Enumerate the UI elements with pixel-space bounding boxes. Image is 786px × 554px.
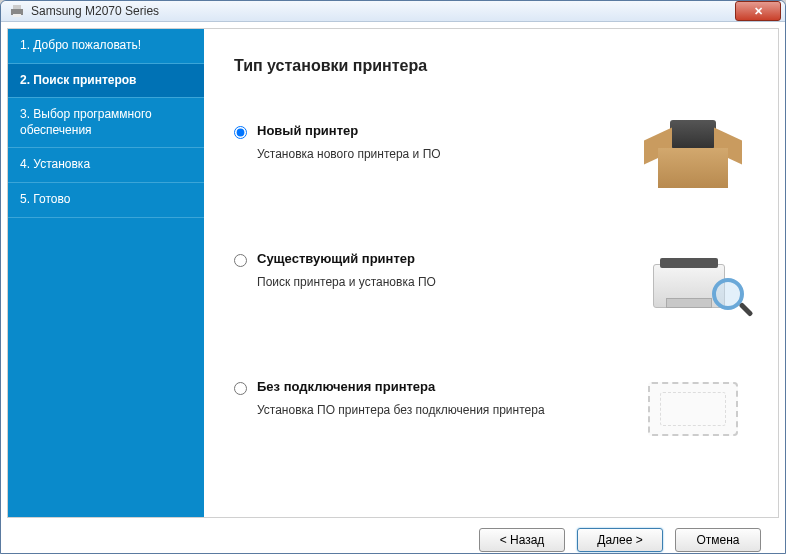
sidebar-item-search: 2. Поиск принтеров bbox=[8, 64, 204, 99]
radio-new-printer[interactable] bbox=[234, 126, 247, 139]
radio-existing-printer[interactable] bbox=[234, 254, 247, 267]
printer-search-icon bbox=[638, 241, 748, 321]
sidebar-item-software: 3. Выбор программного обеспечения bbox=[8, 98, 204, 148]
back-button[interactable]: < Назад bbox=[479, 528, 565, 552]
printer-icon bbox=[9, 3, 25, 19]
close-button[interactable]: ✕ bbox=[735, 1, 781, 21]
option-label: Существующий принтер bbox=[257, 251, 618, 266]
option-description: Поиск принтера и установка ПО bbox=[257, 275, 436, 289]
svg-rect-2 bbox=[13, 14, 21, 17]
sidebar-item-done: 5. Готово bbox=[8, 183, 204, 218]
option-description: Установка ПО принтера без подключения пр… bbox=[257, 403, 545, 417]
titlebar: Samsung M2070 Series ✕ bbox=[1, 1, 785, 22]
option-label: Без подключения принтера bbox=[257, 379, 618, 394]
cancel-button[interactable]: Отмена bbox=[675, 528, 761, 552]
sidebar-item-install: 4. Установка bbox=[8, 148, 204, 183]
content-area: Тип установки принтера Новый принтер Уст… bbox=[204, 29, 778, 517]
window-title: Samsung M2070 Series bbox=[31, 4, 735, 18]
option-label: Новый принтер bbox=[257, 123, 618, 138]
radio-no-connection[interactable] bbox=[234, 382, 247, 395]
option-description: Установка нового принтера и ПО bbox=[257, 147, 441, 161]
svg-rect-1 bbox=[13, 5, 21, 9]
next-button[interactable]: Далее > bbox=[577, 528, 663, 552]
close-icon: ✕ bbox=[754, 5, 763, 18]
window-body: 1. Добро пожаловать! 2. Поиск принтеров … bbox=[1, 22, 785, 554]
main-area: 1. Добро пожаловать! 2. Поиск принтеров … bbox=[7, 28, 779, 518]
option-no-connection[interactable]: Без подключения принтера Установка ПО пр… bbox=[234, 379, 748, 459]
footer: < Назад Далее > Отмена bbox=[7, 518, 779, 554]
sidebar: 1. Добро пожаловать! 2. Поиск принтеров … bbox=[8, 29, 204, 517]
printer-in-box-icon bbox=[638, 113, 748, 193]
installer-window: Samsung M2070 Series ✕ 1. Добро пожалова… bbox=[0, 0, 786, 554]
page-title: Тип установки принтера bbox=[234, 57, 748, 75]
option-new-printer[interactable]: Новый принтер Установка нового принтера … bbox=[234, 123, 748, 203]
sidebar-item-welcome: 1. Добро пожаловать! bbox=[8, 29, 204, 64]
printer-outline-icon bbox=[638, 369, 748, 449]
option-existing-printer[interactable]: Существующий принтер Поиск принтера и ус… bbox=[234, 251, 748, 331]
